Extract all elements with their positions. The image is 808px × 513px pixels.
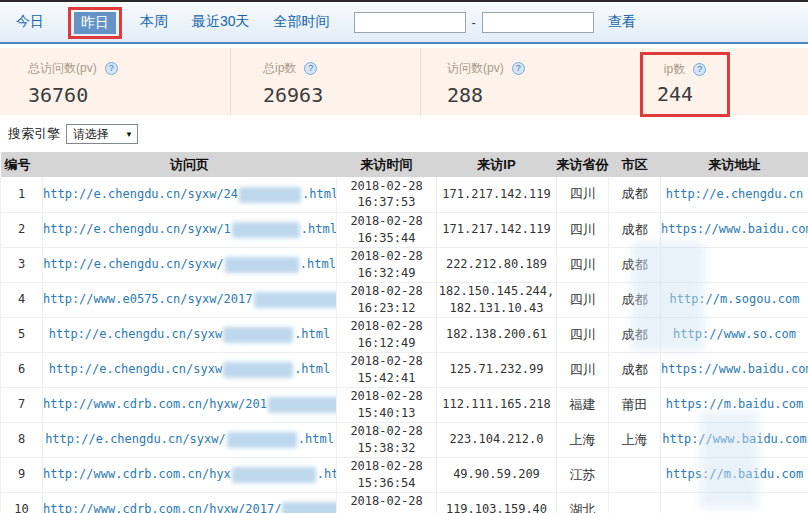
header-visited-page: 访问页 bbox=[43, 152, 337, 177]
cell-province: 四川 bbox=[557, 282, 609, 317]
search-engine-select[interactable]: 请选择 ▼ bbox=[66, 124, 138, 144]
cell-visit-time: 2018-02-28 16:23:12 bbox=[337, 282, 437, 317]
help-icon[interactable]: ? bbox=[105, 62, 118, 75]
cell-visitor-ip: 222.212.80.189 bbox=[437, 247, 557, 282]
redaction-blur bbox=[254, 292, 337, 308]
cell-province: 四川 bbox=[557, 247, 609, 282]
cell-city: 成都 bbox=[609, 352, 661, 387]
cell-visited-page: http://e.chengdu.cn/syxw.html bbox=[43, 352, 337, 387]
help-icon[interactable]: ? bbox=[693, 63, 706, 76]
cell-referrer: https://www.baidu.com bbox=[661, 352, 808, 387]
help-icon[interactable]: ? bbox=[304, 62, 317, 75]
visited-page-link[interactable]: http://e.chengdu.cn/syxw/24.html bbox=[43, 187, 337, 201]
cell-city: 莆田 bbox=[609, 387, 661, 422]
referrer-link[interactable]: https://www.baidu.com bbox=[661, 222, 808, 236]
cell-visit-time: 2018-02-28 15:31:11 bbox=[337, 492, 437, 513]
cell-referrer: http://m.sogou.com bbox=[661, 282, 808, 317]
cell-number: 3 bbox=[1, 247, 43, 282]
cell-visit-time: 2018-02-28 16:32:49 bbox=[337, 247, 437, 282]
cell-visitor-ip: 119.103.159.40 bbox=[437, 492, 557, 513]
date-to-input[interactable] bbox=[482, 12, 594, 33]
referrer-link[interactable]: http://m.sogou.com bbox=[669, 292, 799, 306]
visited-page-link[interactable]: http://e.chengdu.cn/syxw/.html bbox=[45, 432, 334, 446]
cell-visitor-ip: 182.138.200.61 bbox=[437, 317, 557, 352]
visited-page-link[interactable]: http://www.cdrb.com.cn/hyx.html bbox=[43, 467, 337, 481]
header-city: 市区 bbox=[609, 152, 661, 177]
table-row: 8http://e.chengdu.cn/syxw/.html2018-02-2… bbox=[1, 422, 808, 457]
table-row: 3http://e.chengdu.cn/syxw/.html2018-02-2… bbox=[1, 247, 808, 282]
cell-visitor-ip: 112.111.165.218 bbox=[437, 387, 557, 422]
redaction-blur bbox=[223, 327, 293, 343]
cell-visit-time: 2018-02-28 15:36:54 bbox=[337, 457, 437, 492]
cell-referrer bbox=[661, 247, 808, 282]
redaction-blur bbox=[225, 257, 299, 273]
referrer-link[interactable]: https://m.baidu.com bbox=[666, 397, 803, 411]
cell-referrer: http://e.chengdu.cn bbox=[661, 177, 808, 212]
visited-page-link[interactable]: http://www.cdrb.com.cn/hyxw/20107714.htm… bbox=[43, 397, 337, 411]
cell-city: 成都 bbox=[609, 177, 661, 212]
cell-visited-page: http://e.chengdu.cn/syxw/1.html bbox=[43, 212, 337, 247]
visited-page-link[interactable]: http://e.chengdu.cn/syxw.html bbox=[49, 327, 331, 341]
tab-this-week[interactable]: 本周 bbox=[140, 13, 168, 31]
cell-province: 福建 bbox=[557, 387, 609, 422]
visited-page-link[interactable]: http://e.chengdu.cn/syxw/1.html bbox=[43, 222, 337, 236]
visited-page-link[interactable]: http://e.chengdu.cn/syxw.html bbox=[49, 362, 331, 376]
visited-page-link[interactable]: http://www.cdrb.com.cn/hyxw/2017/2.html bbox=[43, 502, 337, 513]
stat-total-ip-label: 总ip数 bbox=[263, 60, 296, 77]
cell-visited-page: http://www.cdrb.com.cn/hyxw/20107714.htm… bbox=[43, 387, 337, 422]
referrer-link[interactable]: https://m.baidu.com bbox=[666, 467, 803, 481]
cell-province: 江苏 bbox=[557, 457, 609, 492]
tab-today[interactable]: 今日 bbox=[16, 13, 44, 31]
redaction-blur bbox=[232, 222, 300, 238]
date-from-input[interactable] bbox=[354, 12, 466, 33]
cell-number: 8 bbox=[1, 422, 43, 457]
stat-total-pv-value: 36760 bbox=[28, 83, 230, 107]
visited-page-link[interactable]: http://e.chengdu.cn/syxw/.html bbox=[43, 257, 336, 271]
header-visit-time: 来访时间 bbox=[337, 152, 437, 177]
cell-visit-time: 2018-02-28 15:38:32 bbox=[337, 422, 437, 457]
chevron-down-icon: ▼ bbox=[125, 130, 133, 139]
cell-visitor-ip: 223.104.212.0 bbox=[437, 422, 557, 457]
cell-visitor-ip: 171.217.142.119 bbox=[437, 212, 557, 247]
cell-referrer: https://m.baidu.com bbox=[661, 457, 808, 492]
tab-all-time[interactable]: 全部时间 bbox=[274, 13, 330, 31]
tab-yesterday-selected[interactable]: 昨日 bbox=[74, 12, 116, 34]
redaction-blur bbox=[223, 362, 293, 378]
date-range-separator: - bbox=[472, 15, 476, 30]
cell-number: 7 bbox=[1, 387, 43, 422]
referrer-link[interactable]: http://e.chengdu.cn bbox=[666, 187, 803, 201]
cell-city: 成都 bbox=[609, 247, 661, 282]
cell-province: 四川 bbox=[557, 177, 609, 212]
referrer-link[interactable]: http://www.baidu.com bbox=[662, 432, 807, 446]
cell-visited-page: http://www.e0575.cn/syxw/2017091.html bbox=[43, 282, 337, 317]
tab-last-30-days[interactable]: 最近30天 bbox=[192, 13, 250, 31]
cell-referrer: http://www.so.com bbox=[661, 317, 808, 352]
stat-ip-count: ip数 ? 244 bbox=[643, 48, 808, 115]
help-icon[interactable]: ? bbox=[512, 62, 525, 75]
cell-number: 4 bbox=[1, 282, 43, 317]
stats-summary-bar: 总访问数(pv) ? 36760 总ip数 ? 26963 访问数(pv) ? … bbox=[0, 48, 808, 115]
redaction-blur bbox=[227, 432, 297, 448]
stat-ip-count-value: 244 bbox=[657, 82, 713, 106]
view-button[interactable]: 查看 bbox=[608, 13, 636, 31]
cell-visit-time: 2018-02-28 15:42:41 bbox=[337, 352, 437, 387]
header-province: 来访省份 bbox=[557, 152, 609, 177]
cell-city: 成都 bbox=[609, 212, 661, 247]
cell-province: 四川 bbox=[557, 317, 609, 352]
redaction-blur bbox=[268, 397, 337, 413]
cell-number: 1 bbox=[1, 177, 43, 212]
cell-visitor-ip: 182.150.145.244, 182.131.10.43 bbox=[437, 282, 557, 317]
stat-total-pv: 总访问数(pv) ? 36760 bbox=[0, 48, 231, 115]
cell-number: 10 bbox=[1, 492, 43, 513]
referrer-link[interactable]: https://www.baidu.com bbox=[661, 362, 808, 376]
cell-city bbox=[609, 492, 661, 513]
cell-referrer: http://www.baidu.com bbox=[661, 422, 808, 457]
referrer-link[interactable]: http://www.so.com bbox=[673, 327, 796, 341]
table-row: 9http://www.cdrb.com.cn/hyx.html2018-02-… bbox=[1, 457, 808, 492]
table-row: 1http://e.chengdu.cn/syxw/24.html2018-02… bbox=[1, 177, 808, 212]
stat-total-ip: 总ip数 ? 26963 bbox=[231, 48, 421, 115]
search-engine-filter: 搜索引擎 请选择 ▼ bbox=[8, 124, 808, 144]
cell-province: 湖北 bbox=[557, 492, 609, 513]
cell-visitor-ip: 171.217.142.119 bbox=[437, 177, 557, 212]
visited-page-link[interactable]: http://www.e0575.cn/syxw/2017091.html bbox=[43, 292, 337, 306]
